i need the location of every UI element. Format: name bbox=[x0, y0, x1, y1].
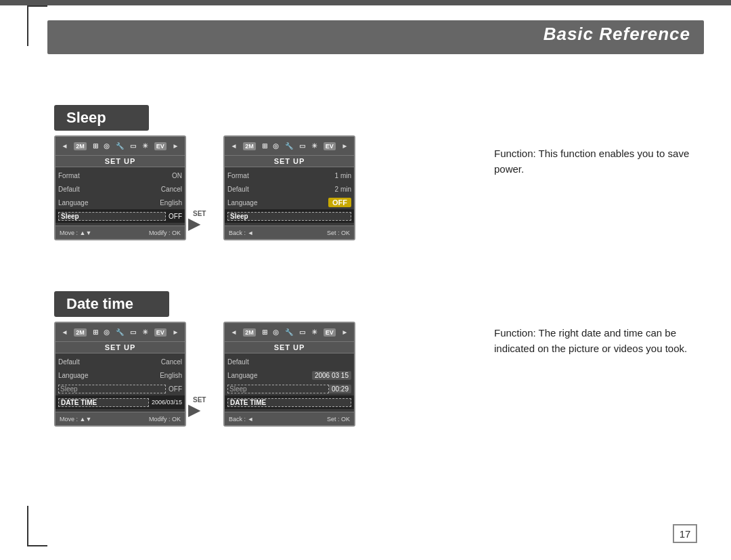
cam-grid-icon: ⊞ bbox=[93, 142, 98, 150]
dt-screen2-topbar: ◄ 2M ⊞ ◎ 🔧 ▭ ☀ EV ► bbox=[225, 323, 354, 342]
sleep-section-heading: Sleep bbox=[54, 105, 149, 131]
dt-screen1-row-language: Language English bbox=[56, 368, 185, 382]
cam-arrow-right-icon: ► bbox=[173, 142, 179, 150]
dt1-arrow-left-icon: ◄ bbox=[61, 328, 68, 336]
datetime-section-heading: Date time bbox=[54, 291, 169, 317]
dt1-2m-icon: 2M bbox=[74, 328, 87, 337]
sleep-screen1-row-default: Default Cancel bbox=[56, 182, 185, 196]
datetime-screen-2: ◄ 2M ⊞ ◎ 🔧 ▭ ☀ EV ► SET UP Default Langu… bbox=[223, 322, 355, 427]
dt-screen1-menu: Default Cancel Language English Sleep OF… bbox=[56, 353, 185, 410]
s2-arrow-right-icon: ► bbox=[342, 142, 349, 150]
dt-screen2-bottombar: Back : ◄ Set : OK bbox=[225, 412, 354, 425]
cam-ev-icon: EV bbox=[154, 142, 167, 150]
sleep-screen-1: ◄ 2M ⊞ ◎ 🔧 ▭ ☀ EV ► SET UP Format ON Def… bbox=[54, 135, 186, 240]
dt-screen2-setup: SET UP bbox=[225, 342, 354, 353]
dt2-rect-icon: ▭ bbox=[299, 328, 305, 336]
sleep-arrow-icon: ▶ bbox=[188, 215, 200, 233]
dt2-arrow-right-icon: ► bbox=[342, 328, 349, 336]
cam-2m-icon: 2M bbox=[74, 142, 87, 150]
dt-screen1-row-sleep: Sleep OFF bbox=[56, 382, 185, 395]
s2-grid-icon: ⊞ bbox=[262, 142, 267, 150]
sleep-screen1-bottombar: Move : ▲▼ Modify : OK bbox=[56, 225, 185, 239]
dt1-wrench-icon: 🔧 bbox=[116, 328, 124, 336]
sleep-screen2-row-language: Language OFF bbox=[225, 196, 354, 209]
dt-screen2-row-default: Default bbox=[225, 355, 354, 368]
dt-screen2-row-sleep: Sleep 00:29 bbox=[225, 382, 354, 395]
dt1-grid-icon: ⊞ bbox=[93, 328, 98, 336]
dt1-ev-icon: EV bbox=[154, 328, 167, 337]
sleep-screen2-bottombar: Back : ◄ Set : OK bbox=[225, 225, 354, 239]
sleep-screen2-row-sleep: Sleep bbox=[225, 209, 354, 223]
dt1-lens-icon: ◎ bbox=[104, 328, 110, 336]
dt2-arrow-left-icon: ◄ bbox=[230, 328, 237, 336]
s2-ev-icon: EV bbox=[324, 142, 336, 150]
sleep-screen1-topbar: ◄ 2M ⊞ ◎ 🔧 ▭ ☀ EV ► bbox=[56, 137, 185, 156]
s2-sun-icon: ☀ bbox=[311, 142, 317, 150]
cam-sun-icon: ☀ bbox=[142, 142, 148, 150]
cam-arrow-left-icon: ◄ bbox=[61, 142, 68, 150]
sleep-screen1-setup: SET UP bbox=[56, 156, 185, 167]
sleep-screen2-row-format: Format 1 min bbox=[225, 169, 354, 182]
dt-arrow-icon: ▶ bbox=[188, 402, 200, 419]
cam-wrench-icon: 🔧 bbox=[116, 142, 124, 150]
bottom-horiz-line bbox=[27, 545, 47, 546]
cam-rect-icon: ▭ bbox=[130, 142, 136, 150]
s2-wrench-icon: 🔧 bbox=[285, 142, 293, 150]
dt1-arrow-right-icon: ► bbox=[173, 328, 179, 336]
dt2-ev-icon: EV bbox=[324, 328, 336, 337]
top-horiz-line bbox=[27, 5, 47, 7]
sleep-screen2-setup: SET UP bbox=[225, 156, 354, 167]
datetime-description: Function: The right date and time can be… bbox=[494, 325, 690, 357]
dt-screen1-topbar: ◄ 2M ⊞ ◎ 🔧 ▭ ☀ EV ► bbox=[56, 323, 185, 342]
sleep-screen1-row-format: Format ON bbox=[56, 169, 185, 182]
dt-screen2-menu: Default Language 2006 03 15 Sleep 00:29 … bbox=[225, 353, 354, 410]
dt-screen1-bottombar: Move : ▲▼ Modify : OK bbox=[56, 412, 185, 425]
left-border-bottom bbox=[27, 506, 28, 546]
dt2-2m-icon: 2M bbox=[243, 328, 256, 337]
left-border-top bbox=[27, 5, 28, 46]
top-bar bbox=[0, 0, 731, 5]
s2-arrow-left-icon: ◄ bbox=[230, 142, 237, 150]
dt-screen1-row-default: Default Cancel bbox=[56, 355, 185, 368]
s2-rect-icon: ▭ bbox=[299, 142, 305, 150]
sleep-screen1-row-language: Language English bbox=[56, 196, 185, 209]
dt-screen1-row-datetime: DATE TIME 2006/03/15 bbox=[56, 395, 185, 409]
dt2-wrench-icon: 🔧 bbox=[285, 328, 293, 336]
dt-screen2-row-language: Language 2006 03 15 bbox=[225, 368, 354, 382]
sleep-screen-2: ◄ 2M ⊞ ◎ 🔧 ▭ ☀ EV ► SET UP Format 1 min … bbox=[223, 135, 355, 240]
cam-lens-icon: ◎ bbox=[104, 142, 110, 150]
page-number: 17 bbox=[673, 524, 697, 543]
sleep-screen1-menu: Format ON Default Cancel Language Englis… bbox=[56, 167, 185, 224]
dt2-grid-icon: ⊞ bbox=[262, 328, 267, 336]
datetime-screen-1: ◄ 2M ⊞ ◎ 🔧 ▭ ☀ EV ► SET UP Default Cance… bbox=[54, 322, 186, 427]
dt2-sun-icon: ☀ bbox=[311, 328, 317, 336]
s2-2m-icon: 2M bbox=[243, 142, 256, 150]
dt1-sun-icon: ☀ bbox=[142, 328, 148, 336]
sleep-screen1-row-sleep: Sleep OFF bbox=[56, 209, 185, 223]
dt1-rect-icon: ▭ bbox=[130, 328, 136, 336]
dt-screen1-setup: SET UP bbox=[56, 342, 185, 353]
sleep-screen2-topbar: ◄ 2M ⊞ ◎ 🔧 ▭ ☀ EV ► bbox=[225, 137, 354, 156]
dt2-lens-icon: ◎ bbox=[273, 328, 279, 336]
sleep-description: Function: This function enables you to s… bbox=[494, 146, 690, 177]
sleep-screen2-row-default: Default 2 min bbox=[225, 182, 354, 196]
page-title: Basic Reference bbox=[544, 24, 690, 45]
s2-lens-icon: ◎ bbox=[273, 142, 279, 150]
dt-screen2-row-datetime: DATE TIME bbox=[225, 395, 354, 409]
sleep-screen2-menu: Format 1 min Default 2 min Language OFF … bbox=[225, 167, 354, 224]
